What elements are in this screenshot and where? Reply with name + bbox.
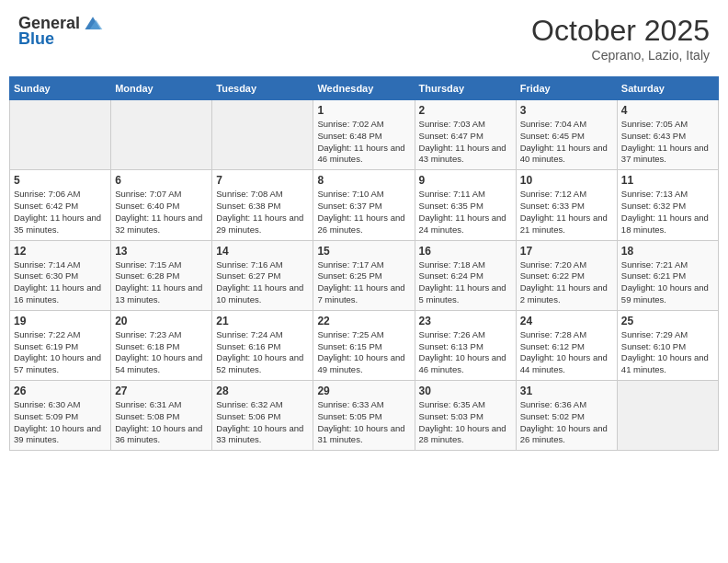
day-content: Sunrise: 7:03 AM Sunset: 6:47 PM Dayligh… [419, 119, 512, 166]
day-content: Sunrise: 7:29 AM Sunset: 6:10 PM Dayligh… [621, 329, 714, 376]
title-block: October 2025 Ceprano, Lazio, Italy [531, 14, 710, 63]
calendar-cell: 22Sunrise: 7:25 AM Sunset: 6:15 PM Dayli… [313, 310, 415, 380]
day-number: 6 [115, 174, 208, 187]
day-number: 10 [520, 174, 613, 187]
day-content: Sunrise: 7:24 AM Sunset: 6:16 PM Dayligh… [216, 329, 309, 376]
header: General Blue October 2025 Ceprano, Lazio… [9, 9, 719, 67]
day-number: 2 [419, 104, 512, 117]
day-number: 5 [14, 174, 107, 187]
day-number: 25 [621, 315, 714, 327]
day-content: Sunrise: 6:31 AM Sunset: 5:08 PM Dayligh… [115, 399, 208, 446]
day-of-week-friday: Friday [516, 77, 617, 100]
calendar-cell: 21Sunrise: 7:24 AM Sunset: 6:16 PM Dayli… [212, 310, 313, 380]
day-number: 19 [14, 315, 107, 327]
day-content: Sunrise: 6:30 AM Sunset: 5:09 PM Dayligh… [14, 399, 107, 446]
day-number: 31 [520, 385, 613, 397]
day-number: 17 [520, 245, 613, 258]
calendar-cell [212, 100, 313, 170]
calendar-cell: 24Sunrise: 7:28 AM Sunset: 6:12 PM Dayli… [516, 310, 617, 380]
day-of-week-monday: Monday [111, 77, 212, 100]
calendar-cell: 26Sunrise: 6:30 AM Sunset: 5:09 PM Dayli… [10, 381, 111, 451]
calendar-cell: 30Sunrise: 6:35 AM Sunset: 5:03 PM Dayli… [415, 381, 516, 451]
calendar-week-row: 5Sunrise: 7:06 AM Sunset: 6:42 PM Daylig… [10, 170, 719, 240]
day-content: Sunrise: 7:18 AM Sunset: 6:24 PM Dayligh… [419, 259, 512, 306]
day-number: 11 [621, 174, 714, 187]
calendar-cell: 3Sunrise: 7:04 AM Sunset: 6:45 PM Daylig… [516, 100, 617, 170]
day-number: 4 [621, 104, 714, 117]
month-title: October 2025 [531, 14, 710, 48]
day-content: Sunrise: 7:11 AM Sunset: 6:35 PM Dayligh… [419, 189, 512, 236]
calendar-cell: 27Sunrise: 6:31 AM Sunset: 5:08 PM Dayli… [111, 381, 212, 451]
day-content: Sunrise: 7:15 AM Sunset: 6:28 PM Dayligh… [115, 259, 208, 306]
day-number: 24 [520, 315, 613, 327]
calendar-cell: 28Sunrise: 6:32 AM Sunset: 5:06 PM Dayli… [212, 381, 313, 451]
day-content: Sunrise: 7:05 AM Sunset: 6:43 PM Dayligh… [621, 119, 714, 166]
day-number: 30 [419, 385, 512, 397]
day-number: 29 [317, 385, 410, 397]
calendar-cell: 10Sunrise: 7:12 AM Sunset: 6:33 PM Dayli… [516, 170, 617, 240]
calendar-week-row: 26Sunrise: 6:30 AM Sunset: 5:09 PM Dayli… [10, 381, 719, 451]
day-of-week-tuesday: Tuesday [212, 77, 313, 100]
day-number: 9 [419, 174, 512, 187]
calendar-cell: 7Sunrise: 7:08 AM Sunset: 6:38 PM Daylig… [212, 170, 313, 240]
calendar-cell: 1Sunrise: 7:02 AM Sunset: 6:48 PM Daylig… [313, 100, 415, 170]
calendar-cell: 18Sunrise: 7:21 AM Sunset: 6:21 PM Dayli… [617, 240, 718, 310]
calendar-cell: 12Sunrise: 7:14 AM Sunset: 6:30 PM Dayli… [10, 240, 111, 310]
day-content: Sunrise: 7:28 AM Sunset: 6:12 PM Dayligh… [520, 329, 613, 376]
calendar-cell: 4Sunrise: 7:05 AM Sunset: 6:43 PM Daylig… [617, 100, 718, 170]
day-number: 18 [621, 245, 714, 258]
calendar-week-row: 19Sunrise: 7:22 AM Sunset: 6:19 PM Dayli… [10, 310, 719, 380]
calendar-cell: 11Sunrise: 7:13 AM Sunset: 6:32 PM Dayli… [617, 170, 718, 240]
day-content: Sunrise: 6:35 AM Sunset: 5:03 PM Dayligh… [419, 399, 512, 446]
calendar-cell: 29Sunrise: 6:33 AM Sunset: 5:05 PM Dayli… [313, 381, 415, 451]
calendar-cell: 6Sunrise: 7:07 AM Sunset: 6:40 PM Daylig… [111, 170, 212, 240]
calendar-cell: 14Sunrise: 7:16 AM Sunset: 6:27 PM Dayli… [212, 240, 313, 310]
day-number: 13 [115, 245, 208, 258]
day-number: 23 [419, 315, 512, 327]
day-number: 14 [216, 245, 309, 258]
day-content: Sunrise: 7:10 AM Sunset: 6:37 PM Dayligh… [317, 189, 410, 236]
day-content: Sunrise: 7:17 AM Sunset: 6:25 PM Dayligh… [317, 259, 410, 306]
day-number: 1 [317, 104, 410, 117]
day-number: 21 [216, 315, 309, 327]
day-number: 22 [317, 315, 410, 327]
day-content: Sunrise: 7:23 AM Sunset: 6:18 PM Dayligh… [115, 329, 208, 376]
day-of-week-thursday: Thursday [415, 77, 516, 100]
calendar-week-row: 1Sunrise: 7:02 AM Sunset: 6:48 PM Daylig… [10, 100, 719, 170]
day-number: 15 [317, 245, 410, 258]
day-of-week-sunday: Sunday [10, 77, 111, 100]
calendar-header-row: SundayMondayTuesdayWednesdayThursdayFrid… [10, 77, 719, 100]
day-content: Sunrise: 7:08 AM Sunset: 6:38 PM Dayligh… [216, 189, 309, 236]
calendar-cell: 20Sunrise: 7:23 AM Sunset: 6:18 PM Dayli… [111, 310, 212, 380]
day-content: Sunrise: 7:12 AM Sunset: 6:33 PM Dayligh… [520, 189, 613, 236]
calendar-cell: 5Sunrise: 7:06 AM Sunset: 6:42 PM Daylig… [10, 170, 111, 240]
day-number: 7 [216, 174, 309, 187]
calendar-cell: 31Sunrise: 6:36 AM Sunset: 5:02 PM Dayli… [516, 381, 617, 451]
day-number: 8 [317, 174, 410, 187]
day-of-week-wednesday: Wednesday [313, 77, 415, 100]
calendar: SundayMondayTuesdayWednesdayThursdayFrid… [9, 76, 719, 451]
calendar-cell [10, 100, 111, 170]
calendar-cell: 13Sunrise: 7:15 AM Sunset: 6:28 PM Dayli… [111, 240, 212, 310]
day-content: Sunrise: 7:13 AM Sunset: 6:32 PM Dayligh… [621, 189, 714, 236]
day-content: Sunrise: 7:14 AM Sunset: 6:30 PM Dayligh… [14, 259, 107, 306]
location-subtitle: Ceprano, Lazio, Italy [531, 48, 710, 63]
day-content: Sunrise: 6:36 AM Sunset: 5:02 PM Dayligh… [520, 399, 613, 446]
calendar-cell: 9Sunrise: 7:11 AM Sunset: 6:35 PM Daylig… [415, 170, 516, 240]
day-number: 16 [419, 245, 512, 258]
day-content: Sunrise: 6:33 AM Sunset: 5:05 PM Dayligh… [317, 399, 410, 446]
day-content: Sunrise: 7:04 AM Sunset: 6:45 PM Dayligh… [520, 119, 613, 166]
day-content: Sunrise: 7:22 AM Sunset: 6:19 PM Dayligh… [14, 329, 107, 376]
day-content: Sunrise: 6:32 AM Sunset: 5:06 PM Dayligh… [216, 399, 309, 446]
calendar-cell: 15Sunrise: 7:17 AM Sunset: 6:25 PM Dayli… [313, 240, 415, 310]
day-content: Sunrise: 7:07 AM Sunset: 6:40 PM Dayligh… [115, 189, 208, 236]
calendar-cell: 23Sunrise: 7:26 AM Sunset: 6:13 PM Dayli… [415, 310, 516, 380]
day-content: Sunrise: 7:20 AM Sunset: 6:22 PM Dayligh… [520, 259, 613, 306]
calendar-cell [617, 381, 718, 451]
calendar-cell: 8Sunrise: 7:10 AM Sunset: 6:37 PM Daylig… [313, 170, 415, 240]
calendar-cell: 25Sunrise: 7:29 AM Sunset: 6:10 PM Dayli… [617, 310, 718, 380]
calendar-week-row: 12Sunrise: 7:14 AM Sunset: 6:30 PM Dayli… [10, 240, 719, 310]
day-number: 20 [115, 315, 208, 327]
logo: General Blue [18, 14, 104, 49]
day-number: 3 [520, 104, 613, 117]
